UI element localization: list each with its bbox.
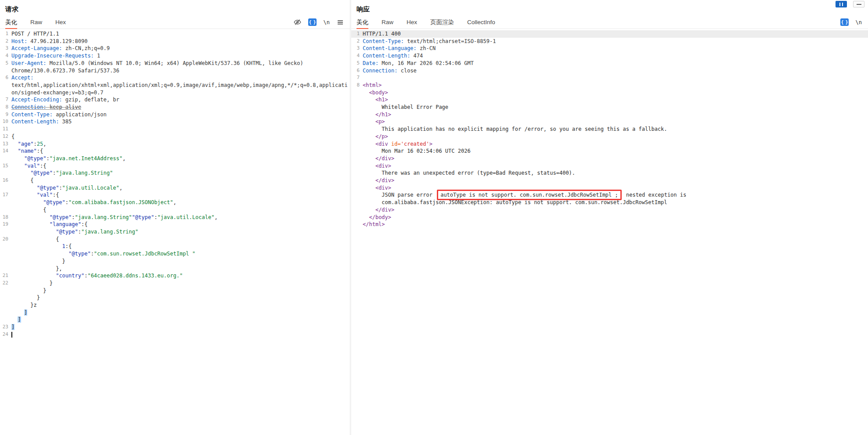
- tab-hex[interactable]: Hex: [55, 16, 66, 29]
- editor-line[interactable]: Whitelabel Error Page: [351, 104, 868, 111]
- tab-beautify[interactable]: 美化: [357, 16, 368, 29]
- editor-line[interactable]: "@type":"java.lang.String": [0, 228, 350, 236]
- code-text: Accept-Encoding: gzip, deflate, br: [11, 96, 350, 104]
- editor-line[interactable]: 1:{: [0, 243, 350, 250]
- editor-line[interactable]: 23]: [0, 324, 350, 331]
- editor-line[interactable]: 12{: [0, 133, 350, 140]
- tab-hex[interactable]: Hex: [407, 16, 417, 29]
- editor-line[interactable]: 14 "name":{: [0, 147, 350, 155]
- editor-line[interactable]: </html>: [351, 221, 868, 228]
- editor-line[interactable]: 5User-Agent: Mozilla/5.0 (Windows NT 10.…: [0, 60, 350, 67]
- editor-line[interactable]: <div>: [351, 162, 868, 170]
- editor-line[interactable]: 19 "language":{: [0, 221, 350, 228]
- editor-line[interactable]: },: [0, 265, 350, 273]
- editor-line[interactable]: Chrome/130.0.6723.70 Safari/537.36: [0, 67, 350, 75]
- editor-line[interactable]: }: [0, 258, 350, 265]
- editor-line[interactable]: 1POST / HTTP/1.1: [0, 30, 350, 38]
- editor-line[interactable]: 5Date: Mon, 16 Mar 2026 02:54:06 GMT: [351, 60, 868, 67]
- editor-line[interactable]: 6Accept:: [0, 74, 350, 82]
- line-number: 4: [351, 52, 363, 60]
- editor-line[interactable]: 4Content-Length: 474: [351, 52, 868, 60]
- line-number: 5: [0, 60, 11, 67]
- editor-line[interactable]: 8Connection: keep-alive: [0, 104, 350, 111]
- editor-line[interactable]: 7: [351, 74, 868, 82]
- prettify-icon[interactable]: [840, 18, 849, 26]
- editor-line[interactable]: 3Content-Language: zh-CN: [351, 45, 868, 52]
- editor-line[interactable]: </p>: [351, 133, 868, 140]
- prettify-icon[interactable]: [308, 18, 317, 26]
- editor-line[interactable]: 3Accept-Language: zh-CN,zh;q=0.9: [0, 45, 350, 52]
- code-text: </p>: [363, 133, 868, 140]
- eye-off-icon[interactable]: [294, 18, 301, 26]
- editor-line[interactable]: 22 }: [0, 280, 350, 287]
- editor-line[interactable]: }: [0, 294, 350, 302]
- editor-line[interactable]: 17 "val":{: [0, 191, 350, 199]
- editor-line[interactable]: This application has no explicit mapping…: [351, 126, 868, 133]
- editor-line[interactable]: 11: [0, 126, 350, 133]
- editor-line[interactable]: 8<html>: [351, 82, 868, 89]
- editor-line[interactable]: "@type":"com.alibaba.fastjson.JSONObject…: [0, 199, 350, 206]
- editor-line[interactable]: </body>: [351, 214, 868, 221]
- editor-line[interactable]: <h1>: [351, 96, 868, 104]
- editor-line[interactable]: com.alibaba.fastjson.JSONException: auto…: [351, 199, 868, 206]
- editor-line[interactable]: "@type":"com.sun.rowset.JdbcRowSetImpl ": [0, 250, 350, 258]
- editor-line[interactable]: ]: [0, 316, 350, 324]
- editor-line[interactable]: There was an unexpected error (type=Bad …: [351, 169, 868, 177]
- editor-line[interactable]: 2Host: 47.96.218.129:8090: [0, 38, 350, 45]
- editor-line[interactable]: {: [0, 206, 350, 214]
- editor-line[interactable]: 2Content-Type: text/html;charset=ISO-885…: [351, 38, 868, 45]
- editor-line[interactable]: 18 "@type":"java.lang.String""@type":"ja…: [0, 214, 350, 221]
- editor-line[interactable]: Mon Mar 16 02:54:06 UTC 2026: [351, 147, 868, 155]
- line-number: [0, 316, 11, 324]
- code-text: }: [11, 294, 350, 302]
- minimize-icon[interactable]: [853, 1, 864, 7]
- editor-line[interactable]: "@type":"java.util.Locale",: [0, 184, 350, 192]
- tab-page-render[interactable]: 页面渲染: [430, 16, 454, 29]
- code-text: {: [11, 236, 350, 243]
- editor-line[interactable]: </h1>: [351, 111, 868, 119]
- line-number: [0, 302, 11, 309]
- editor-line[interactable]: 9Content-Type: application/json: [0, 111, 350, 119]
- editor-line[interactable]: 10Content-Length: 385: [0, 118, 350, 126]
- editor-line[interactable]: </div>: [351, 155, 868, 162]
- code-text: {: [11, 177, 350, 184]
- line-number: [351, 199, 363, 206]
- editor-line[interactable]: text/html,application/xhtml+xml,applicat…: [0, 82, 350, 89]
- editor-line[interactable]: 7Accept-Encoding: gzip, deflate, br: [0, 96, 350, 104]
- editor-line[interactable]: </div>: [351, 177, 868, 184]
- tab-raw[interactable]: Raw: [30, 16, 42, 29]
- tab-raw[interactable]: Raw: [382, 16, 393, 29]
- editor-line[interactable]: </div>: [351, 206, 868, 214]
- line-number: [0, 155, 11, 162]
- code-text: <body>: [363, 89, 868, 97]
- response-editor[interactable]: 1HTTP/1.1 4002Content-Type: text/html;ch…: [351, 29, 868, 435]
- editor-line[interactable]: on/signed-exchange;v=b3;q=0.7: [0, 89, 350, 97]
- editor-line[interactable]: 13 "age":25,: [0, 140, 350, 148]
- editor-line[interactable]: 6Connection: close: [351, 67, 868, 75]
- newline-toggle-icon[interactable]: \n: [324, 18, 330, 26]
- editor-line[interactable]: 4Upgrade-Insecure-Requests: 1: [0, 52, 350, 60]
- editor-line[interactable]: 21 "country":"64caeed028.ddns.1433.eu.or…: [0, 272, 350, 280]
- request-editor[interactable]: 1POST / HTTP/1.12Host: 47.96.218.129:809…: [0, 29, 350, 435]
- pin-icon[interactable]: [836, 1, 847, 7]
- line-number: 14: [0, 147, 11, 155]
- editor-line[interactable]: }: [0, 287, 350, 295]
- editor-line[interactable]: "@type":"java.lang.String": [0, 169, 350, 177]
- editor-line[interactable]: "@type":"java.net.Inet4Address",: [0, 155, 350, 162]
- menu-icon[interactable]: [337, 18, 344, 26]
- editor-line[interactable]: }z: [0, 302, 350, 309]
- editor-line[interactable]: <body>: [351, 89, 868, 97]
- editor-line[interactable]: ]: [0, 309, 350, 316]
- editor-line[interactable]: 1HTTP/1.1 400: [351, 30, 868, 38]
- editor-line[interactable]: 15 "val":{: [0, 162, 350, 170]
- editor-line[interactable]: <div id='created'>: [351, 140, 868, 148]
- code-text: <div>: [363, 162, 868, 170]
- editor-line[interactable]: 16 {: [0, 177, 350, 184]
- tab-collectinfo[interactable]: CollectInfo: [467, 16, 495, 29]
- newline-toggle-icon[interactable]: \n: [856, 18, 862, 26]
- editor-line[interactable]: JSON parse error autoType is not support…: [351, 191, 868, 199]
- editor-line[interactable]: <p>: [351, 118, 868, 126]
- editor-line[interactable]: 24: [0, 331, 350, 339]
- editor-line[interactable]: 20 {: [0, 236, 350, 243]
- tab-beautify[interactable]: 美化: [5, 16, 17, 29]
